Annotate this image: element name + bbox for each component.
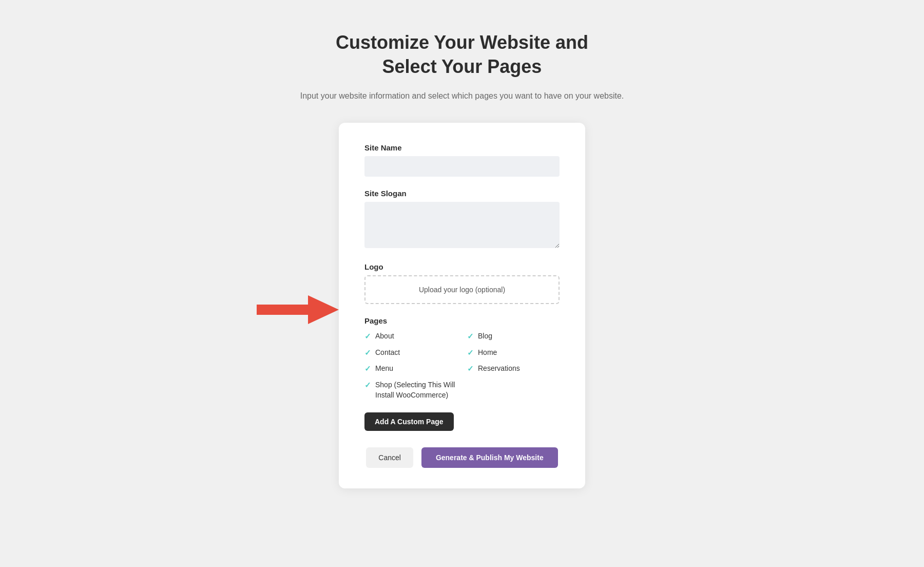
page-item-contact[interactable]: ✓ Contact: [364, 348, 457, 358]
site-slogan-label: Site Slogan: [364, 189, 560, 198]
cancel-button[interactable]: Cancel: [366, 447, 413, 468]
check-icon-shop: ✓: [364, 381, 371, 390]
publish-button[interactable]: Generate & Publish My Website: [421, 447, 558, 468]
page-item-home[interactable]: ✓ Home: [467, 348, 560, 358]
check-icon-contact: ✓: [364, 348, 371, 357]
pages-label: Pages: [364, 316, 560, 325]
page-label-contact: Contact: [375, 348, 400, 358]
page-label-shop: Shop (Selecting This Will Install WooCom…: [375, 380, 457, 400]
page-label-about: About: [375, 331, 394, 342]
site-slogan-input[interactable]: [364, 202, 560, 248]
form-card: Site Name Site Slogan Logo Upload your l…: [339, 123, 585, 488]
page-item-about[interactable]: ✓ About: [364, 331, 457, 342]
page-label-home: Home: [478, 348, 497, 358]
page-subtitle: Input your website information and selec…: [300, 89, 624, 103]
logo-group: Logo Upload your logo (optional): [364, 262, 560, 304]
pages-section: Pages ✓ About ✓ Blog ✓ Contact ✓: [364, 316, 560, 400]
site-slogan-group: Site Slogan: [364, 189, 560, 250]
check-icon-about: ✓: [364, 332, 371, 341]
add-custom-page-button[interactable]: Add A Custom Page: [364, 412, 454, 431]
footer-actions: Cancel Generate & Publish My Website: [364, 447, 560, 468]
check-icon-menu: ✓: [364, 364, 371, 373]
page-label-menu: Menu: [375, 364, 393, 374]
arrow-indicator: [257, 295, 339, 324]
page-item-shop[interactable]: ✓ Shop (Selecting This Will Install WooC…: [364, 380, 457, 400]
logo-upload-area[interactable]: Upload your logo (optional): [364, 275, 560, 304]
site-name-label: Site Name: [364, 143, 560, 152]
site-name-input[interactable]: [364, 156, 560, 177]
page-item-blog[interactable]: ✓ Blog: [467, 331, 560, 342]
page-title: Customize Your Website and Select Your P…: [336, 31, 588, 79]
check-icon-reservations: ✓: [467, 364, 474, 373]
check-icon-home: ✓: [467, 348, 474, 357]
page-item-reservations[interactable]: ✓ Reservations: [467, 364, 560, 374]
page-label-reservations: Reservations: [478, 364, 520, 374]
logo-label: Logo: [364, 262, 560, 271]
site-name-group: Site Name: [364, 143, 560, 177]
page-label-blog: Blog: [478, 331, 492, 342]
pages-grid: ✓ About ✓ Blog ✓ Contact ✓ Home ✓: [364, 331, 560, 400]
check-icon-blog: ✓: [467, 332, 474, 341]
page-item-menu[interactable]: ✓ Menu: [364, 364, 457, 374]
